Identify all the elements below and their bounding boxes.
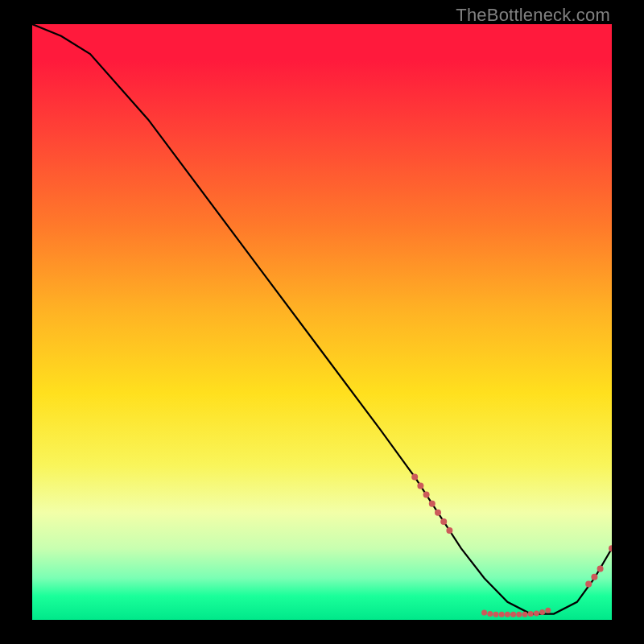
data-marker [446,527,452,534]
data-marker [597,565,604,572]
data-marker [539,609,545,615]
attribution-text: TheBottleneck.com [456,5,610,26]
data-marker [423,492,430,498]
data-marker [609,545,612,551]
data-marker [510,612,516,617]
data-marker [411,473,418,480]
data-marker [493,612,499,617]
data-marker [429,501,436,507]
data-marker [591,574,597,580]
data-marker [417,483,423,489]
data-marker [534,610,539,616]
data-marker [585,581,592,588]
data-marker [435,510,441,516]
data-marker [516,612,522,617]
data-marker [440,518,447,525]
data-marker [487,611,493,617]
data-marker [545,608,551,613]
plot-area [32,24,612,620]
data-marker [522,612,528,617]
chart-frame: TheBottleneck.com [0,0,644,644]
data-marker [528,611,534,617]
data-marker [505,612,510,617]
data-marker [499,612,505,617]
data-marker [481,610,487,616]
bottleneck-curve [32,24,612,614]
curve-svg [32,24,612,620]
